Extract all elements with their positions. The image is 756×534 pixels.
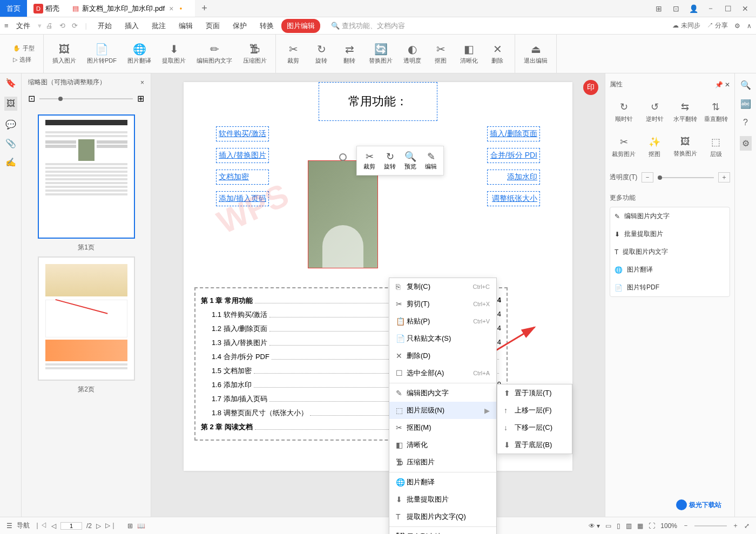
- zoom-out-icon[interactable]: ⊡: [28, 93, 35, 104]
- thumb-zoom-slider[interactable]: ⊡ ⊞: [22, 91, 151, 106]
- more-图片翻译[interactable]: 🌐图片翻译: [610, 261, 730, 279]
- view-mode-1-icon[interactable]: ▭: [605, 522, 611, 530]
- ctx-提取图片内文字(Q)[interactable]: T提取图片内文字(Q): [389, 508, 496, 525]
- search-box[interactable]: 🔍 查找功能、文档内容: [331, 21, 405, 31]
- doc-link[interactable]: 插入/删除页面: [487, 126, 540, 141]
- ocr-icon[interactable]: 🔤: [740, 99, 751, 109]
- select-tool[interactable]: ▷选择: [11, 55, 37, 65]
- menu-image-edit[interactable]: 图片编辑: [281, 19, 320, 33]
- prop-垂直翻转[interactable]: ⇅垂直翻转: [701, 98, 730, 126]
- share-button[interactable]: ↗ 分享: [707, 21, 728, 30]
- menu-insert[interactable]: 插入: [119, 19, 144, 33]
- thumb-page-1[interactable]: [38, 114, 135, 239]
- doc-link[interactable]: 添加水印: [487, 170, 540, 185]
- menu-start[interactable]: 开始: [92, 19, 117, 33]
- prev-page-button[interactable]: ◁: [51, 522, 56, 530]
- settings-icon[interactable]: ⚙: [734, 22, 740, 30]
- ctx-图片翻译[interactable]: 🌐图片翻译: [389, 474, 496, 491]
- toolbar-icon[interactable]: 🖨: [44, 22, 55, 30]
- tab-close-button[interactable]: ×: [169, 4, 173, 13]
- more-编辑图片内文字[interactable]: ✎编辑图片内文字: [610, 207, 730, 225]
- ribbon-透明度[interactable]: ◐透明度: [399, 40, 426, 67]
- view-mode-4-icon[interactable]: ▦: [637, 522, 643, 530]
- prop-替换图片[interactable]: 🖼替换图片: [671, 133, 700, 161]
- prop-裁剪图片[interactable]: ✂裁剪图片: [610, 133, 638, 161]
- ctx-图片层级(N)[interactable]: ⬚图片层级(N)▶: [389, 402, 496, 419]
- next-page-button[interactable]: ▷: [96, 522, 101, 530]
- menu-annotate[interactable]: 批注: [146, 19, 171, 33]
- menu-convert[interactable]: 转换: [254, 19, 279, 33]
- opacity-minus[interactable]: －: [642, 172, 653, 182]
- hamburger-icon[interactable]: ≡: [4, 22, 9, 30]
- thumbnail-icon[interactable]: 🖼: [4, 97, 17, 111]
- doc-link[interactable]: 合并/拆分 PDI: [487, 148, 540, 163]
- thumb-close-button[interactable]: ×: [140, 79, 144, 86]
- toolbar-icon[interactable]: ⟳: [70, 22, 80, 30]
- reading-icon[interactable]: 📖: [137, 522, 145, 530]
- view-icon[interactable]: ⊞: [127, 522, 133, 530]
- prop-顺时针[interactable]: ↻顺时针: [610, 98, 638, 126]
- ctx-只粘贴文本(S)[interactable]: 📄只粘贴文本(S): [389, 330, 496, 347]
- comment-icon[interactable]: 💬: [5, 119, 16, 130]
- tab-home[interactable]: 首页: [0, 0, 27, 17]
- collapse-icon[interactable]: ∧: [747, 22, 752, 30]
- zoom-in-icon[interactable]: ⊞: [137, 93, 144, 104]
- submenu-置于顶层(T)[interactable]: ⬆置于顶层(T): [497, 384, 572, 402]
- close-window-button[interactable]: ✕: [739, 2, 752, 15]
- attachment-icon[interactable]: 📎: [5, 138, 16, 148]
- more-提取图片内文字[interactable]: T提取图片内文字: [610, 243, 730, 261]
- submenu-下移一层(C)[interactable]: ↓下移一层(C): [497, 419, 572, 436]
- apps-icon[interactable]: ⊡: [670, 2, 683, 15]
- ribbon-翻转[interactable]: ⇄翻转: [336, 40, 362, 67]
- ribbon-替换图片[interactable]: 🔄替换图片: [364, 40, 397, 67]
- ctx-编辑图内文字[interactable]: ✎编辑图内文字: [389, 384, 496, 402]
- doc-link[interactable]: 文档加密: [216, 170, 269, 185]
- doc-link[interactable]: 软件购买/激活: [216, 126, 269, 141]
- float-编辑[interactable]: ✎编辑: [421, 148, 441, 173]
- toolbar-icon[interactable]: ⟲: [57, 22, 68, 30]
- tab-new-button[interactable]: +: [195, 0, 214, 17]
- doc-link[interactable]: 调整纸张大小: [487, 191, 540, 206]
- ribbon-插入图片[interactable]: 🖼插入图片: [48, 41, 80, 67]
- more-批量提取图片[interactable]: ⬇批量提取图片: [610, 225, 730, 243]
- ribbon-裁剪[interactable]: ✂裁剪: [280, 40, 306, 67]
- ctx-另存到本地(W)[interactable]: 💾另存到本地(W): [389, 528, 496, 534]
- ctx-选中全部(A)[interactable]: ☐选中全部(A)Ctrl+A: [389, 364, 496, 382]
- prop-抠图[interactable]: ✨抠图: [640, 133, 669, 161]
- menu-page[interactable]: 页面: [200, 19, 225, 33]
- ctx-粘贴(P)[interactable]: 📋粘贴(P)Ctrl+V: [389, 313, 496, 330]
- ribbon-图片转PDF[interactable]: 📄图片转PDF: [83, 40, 121, 67]
- menu-protect[interactable]: 保护: [227, 19, 252, 33]
- signature-icon[interactable]: ✍: [5, 157, 16, 167]
- ribbon-清晰化[interactable]: ◧清晰化: [456, 40, 482, 67]
- doc-link[interactable]: 插入/替换图片: [216, 148, 269, 163]
- maximize-button[interactable]: ☐: [721, 2, 734, 15]
- selected-image[interactable]: [308, 160, 378, 268]
- opacity-plus[interactable]: ＋: [718, 172, 730, 182]
- submenu-置于底层(B)[interactable]: ⬇置于底层(B): [497, 436, 572, 454]
- float-预览[interactable]: 🔍预览: [400, 148, 421, 173]
- zoom-icon[interactable]: 🔍: [740, 80, 751, 90]
- ctx-压缩图片[interactable]: 🗜压缩图片: [389, 454, 496, 471]
- sync-status[interactable]: ☁ 未同步: [672, 21, 700, 30]
- prop-水平翻转[interactable]: ⇆水平翻转: [671, 98, 700, 126]
- float-裁剪[interactable]: ✂裁剪: [359, 148, 380, 173]
- settings-icon[interactable]: ⚙: [740, 136, 752, 151]
- ctx-批量提取图片[interactable]: ⬇批量提取图片: [389, 491, 496, 508]
- thumb-page-2[interactable]: [38, 256, 135, 381]
- file-menu[interactable]: 文件: [11, 19, 36, 33]
- stamp-badge[interactable]: 印: [583, 80, 598, 95]
- view-mode-3-icon[interactable]: ▥: [626, 522, 632, 530]
- ribbon-提取图片[interactable]: ⬇提取图片: [158, 40, 190, 67]
- ribbon-旋转[interactable]: ↻旋转: [308, 40, 334, 67]
- tab-document[interactable]: ▤ 新文档_加水印_加水印.pdf ×: [66, 0, 195, 17]
- last-page-button[interactable]: ▷｜: [105, 521, 117, 530]
- prop-层级[interactable]: ⬚层级: [701, 133, 730, 161]
- tab-shell[interactable]: D 稻壳: [27, 0, 66, 17]
- layout-icon[interactable]: ⊞: [652, 2, 665, 15]
- fit-icon[interactable]: ⛶: [649, 522, 655, 530]
- ctx-复制(C)[interactable]: ⎘复制(C)Ctrl+C: [389, 278, 496, 295]
- ribbon-压缩图片[interactable]: 🗜压缩图片: [239, 41, 271, 67]
- prop-close-button[interactable]: ✕: [725, 81, 730, 89]
- prop-逆时针[interactable]: ↺逆时针: [640, 98, 669, 126]
